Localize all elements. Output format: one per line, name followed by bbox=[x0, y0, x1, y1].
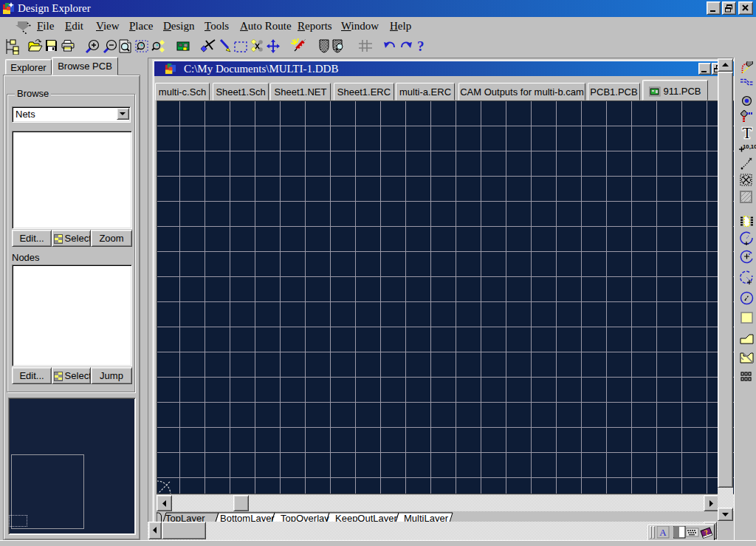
svg-text:T: T bbox=[743, 124, 752, 142]
svg-text:10,10: 10,10 bbox=[743, 143, 756, 150]
svg-text:A: A bbox=[659, 527, 667, 538]
